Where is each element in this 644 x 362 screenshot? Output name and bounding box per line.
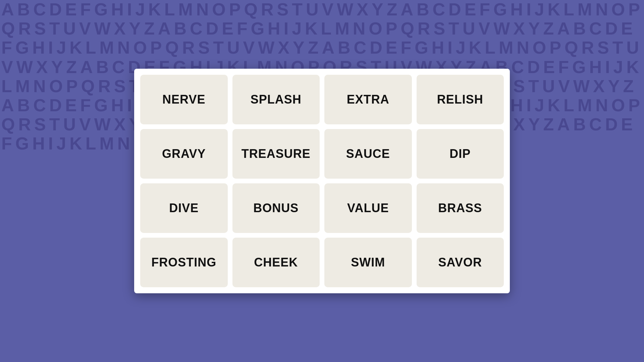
word-card-nerve[interactable]: NERVE [140,75,228,124]
bg-letter: C [32,96,48,115]
word-card-sauce[interactable]: SAUCE [324,129,412,179]
bg-letter: Q [563,38,580,57]
bg-letter: F [399,38,413,57]
bg-letter: R [260,0,276,19]
bg-letter: Y [291,38,307,57]
bg-letter: S [33,115,48,134]
bg-letter: G [571,58,588,77]
word-card-savor[interactable]: SAVOR [417,238,504,287]
bg-letter: E [64,0,79,19]
bg-letter: G [93,0,110,19]
word-label-value: VALUE [347,201,389,215]
bg-letter: U [305,0,321,19]
bg-letter: J [55,38,68,57]
bg-letter: T [290,0,305,19]
bg-letter: K [546,96,562,115]
bg-letter: Z [385,0,399,19]
word-grid-container: NERVESPLASHEXTRARELISHGRAVYTREASURESAUCE… [134,69,510,293]
bg-letter: A [79,58,95,77]
word-card-gravy[interactable]: GRAVY [140,129,228,179]
bg-letter: O [132,38,149,57]
bg-letter: T [527,77,541,96]
bg-letter: Y [50,58,65,77]
bg-letter: C [189,19,205,38]
bg-letter: I [604,58,612,77]
bg-letter: X [113,19,128,38]
bg-letter: P [627,0,642,19]
bg-letter: J [134,0,147,19]
word-card-value[interactable]: VALUE [324,183,412,233]
bg-letter: R [17,115,33,134]
bg-letter: I [282,19,290,38]
bg-letter: P [228,0,243,19]
bg-letter: S [33,19,48,38]
bg-letter: B [572,19,588,38]
bg-letter: S [275,0,290,19]
bg-letter: X [113,115,128,134]
bg-letter: E [64,96,79,115]
bg-letter: V [477,19,492,38]
bg-letter: D [48,96,64,115]
bg-letter: H [430,38,446,57]
bg-letter: D [368,38,384,57]
bg-letter: X [35,58,50,77]
bg-letter: H [588,58,604,77]
word-card-treasure[interactable]: TREASURE [232,129,320,179]
bg-letter: Q [80,77,97,96]
bg-letter: N [352,19,368,38]
bg-letter: U [625,38,641,57]
bg-letter: M [333,19,351,38]
bg-letter: B [16,96,32,115]
bg-letter: T [212,38,226,57]
bg-letter: H [509,96,525,115]
bg-letter: A [157,19,173,38]
bg-letter: D [604,115,620,134]
bg-letter: R [97,77,113,96]
word-card-dip[interactable]: DIP [417,129,504,179]
bg-letter: R [17,19,33,38]
bg-letter: F [235,19,250,38]
bg-letter: J [55,134,68,153]
bg-letter: C [588,19,604,38]
bg-letter: P [384,19,399,38]
word-label-splash: SPLASH [251,93,302,107]
bg-letter: F [557,58,571,77]
bg-letter: J [612,58,625,77]
bg-letter: N [594,96,610,115]
bg-letter: L [0,77,14,96]
bg-letter: Z [542,115,556,134]
bg-letter: U [62,19,78,38]
word-card-swim[interactable]: SWIM [324,238,412,287]
word-label-dive: DIVE [169,201,199,215]
bg-letter: I [525,0,533,19]
bg-letter: V [78,115,93,134]
bg-letter: W [15,58,35,77]
bg-letter: X [355,0,370,19]
bg-letter: S [512,77,527,96]
bg-letter: G [413,38,430,57]
bg-letter: A [556,115,572,134]
bg-letter: Z [143,19,157,38]
bg-letter: H [110,0,126,19]
word-card-relish[interactable]: RELISH [417,75,504,124]
word-card-frosting[interactable]: FROSTING [140,238,228,287]
bg-letter: M [576,0,594,19]
bg-letter: Y [527,19,542,38]
bg-letter: W [257,38,276,57]
bg-letter: V [242,38,257,57]
bg-letter: C [510,58,526,77]
bg-letter: A [0,0,16,19]
word-card-bonus[interactable]: BONUS [232,183,320,233]
word-card-splash[interactable]: SPLASH [232,75,320,124]
bg-letter: C [588,115,604,134]
bg-letter: B [572,115,588,134]
word-card-extra[interactable]: EXTRA [324,75,412,124]
bg-letter: G [492,0,509,19]
bg-letter: X [512,19,527,38]
word-card-dive[interactable]: DIVE [140,183,228,233]
word-card-brass[interactable]: BRASS [417,183,504,233]
bg-letter: Y [527,115,542,134]
bg-letter: Y [607,77,622,96]
bg-letter: L [562,96,576,115]
word-card-cheek[interactable]: CHEEK [232,238,320,287]
